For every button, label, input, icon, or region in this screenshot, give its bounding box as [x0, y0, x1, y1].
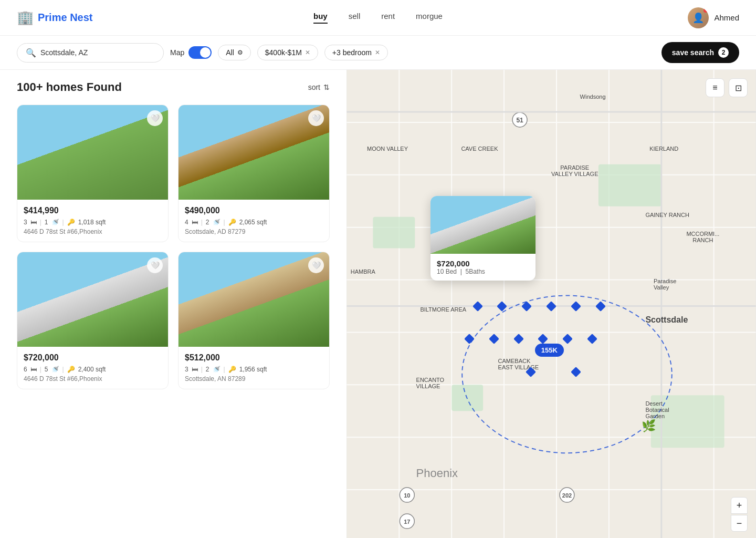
botanical-garden-icon: 🌿 [642, 419, 656, 433]
bed-icon-4: 🛏 [192, 366, 198, 373]
bed-icon-3: 🛏 [30, 366, 37, 373]
nav-morgue[interactable]: morgue [416, 12, 443, 24]
listing-info-4: $512,000 3 🛏 | 2 🚿 | 🔑 1,956 sqft Scotts… [178, 347, 329, 389]
map-zoom-controls: + − [731, 497, 748, 532]
sort-button[interactable]: sort ⇅ [308, 83, 330, 91]
logo-text: Prime Nest [38, 12, 93, 24]
sqft-4: 1,956 sqft [239, 366, 267, 373]
map-toggle[interactable]: Map [170, 46, 212, 59]
listings-grid: 🤍 $414,990 3 🛏 | 1 🚿 | 🔑 1,018 sqft 4646 [17, 105, 330, 389]
listing-card-4[interactable]: 🤍 $512,000 3 🛏 | 2 🚿 | 🔑 1,956 sqft Scot [178, 252, 330, 389]
save-search-label: save search [672, 48, 714, 57]
baths-1: 1 [45, 219, 48, 226]
cluster-badge[interactable]: 155K [535, 344, 564, 357]
beds-1: 3 [24, 219, 27, 226]
listing-price-2: $490,000 [185, 206, 323, 215]
listing-price-3: $720,000 [24, 353, 162, 363]
favorite-button-3[interactable]: 🤍 [147, 257, 163, 273]
map-popup[interactable]: $720,000 10 Bed | 5Baths [430, 196, 536, 281]
avatar[interactable]: 👤 [688, 7, 709, 28]
filter-price-label: $400k-$1M [265, 48, 302, 57]
map-popup-info: $720,000 10 Bed | 5Baths [430, 254, 536, 281]
listing-image-2: 🤍 [178, 105, 329, 200]
listing-address-2: Scottsdale, AD 87279 [185, 228, 323, 235]
save-search-button[interactable]: save search 2 [662, 42, 739, 63]
listing-image-3: 🤍 [17, 252, 168, 347]
sort-icon: ⇅ [323, 83, 330, 91]
map-popup-baths: 5Baths [466, 268, 485, 275]
listings-panel: 100+ homes Found sort ⇅ 🤍 $414,990 3 🛏 | [0, 70, 346, 538]
zoom-in-button[interactable]: + [731, 497, 748, 514]
map-popup-price: $720,000 [437, 259, 529, 268]
map-label: Map [170, 48, 184, 57]
label-scottsdale: Scottsdale [645, 315, 688, 325]
logo[interactable]: 🏢 Prime Nest [17, 9, 122, 26]
filter-all[interactable]: All ⚙ [218, 45, 251, 60]
label-cave-creek: CAVE CREEK [461, 146, 498, 152]
filter-icon: ⚙ [237, 49, 243, 56]
nav-buy[interactable]: buy [313, 12, 328, 24]
beds-3: 6 [24, 366, 27, 373]
label-encanto: ENCANTOVILLAGE [416, 377, 445, 389]
listing-card-2[interactable]: 🤍 $490,000 4 🛏 | 2 🚿 | 🔑 2,065 sqft Scot [178, 105, 330, 242]
search-input[interactable] [40, 48, 135, 57]
bath-icon-3: 🚿 [51, 366, 59, 373]
favorite-button-4[interactable]: 🤍 [308, 257, 324, 273]
zoom-out-button[interactable]: − [731, 515, 748, 532]
listing-address-1: 4646 D 78st St #66,Phoenix [24, 228, 162, 235]
label-gainey-ranch: GAINEY RANCH [645, 212, 689, 218]
nav-rent[interactable]: rent [381, 12, 395, 24]
listing-info-2: $490,000 4 🛏 | 2 🚿 | 🔑 2,065 sqft Scotts… [178, 200, 329, 242]
label-phoenix: Phoenix [416, 467, 458, 480]
filter-price-close[interactable]: ✕ [305, 49, 310, 56]
map-layers-button[interactable]: ≡ [706, 78, 724, 97]
user-area: 👤 Ahmed [634, 7, 739, 28]
listing-details-2: 4 🛏 | 2 🚿 | 🔑 2,065 sqft [185, 219, 323, 226]
map-popup-details: 10 Bed | 5Baths [437, 268, 529, 275]
listing-image-4: 🤍 [178, 252, 329, 347]
map-popup-beds: 10 Bed [437, 268, 457, 275]
label-paradise-valley-village: PARADISEVALLEY VILLAGE [551, 164, 598, 177]
listing-info-1: $414,990 3 🛏 | 1 🚿 | 🔑 1,018 sqft 4646 D… [17, 200, 168, 242]
label-biltmore: BILTMORE AREA [420, 306, 466, 313]
search-input-wrap[interactable]: 🔍 [17, 43, 164, 63]
baths-4: 2 [206, 366, 209, 373]
beds-4: 3 [185, 366, 188, 373]
map-split-button[interactable]: ⊡ [729, 78, 748, 97]
filter-bedroom-close[interactable]: ✕ [375, 49, 380, 56]
bath-icon-1: 🚿 [51, 219, 59, 226]
listing-price-4: $512,000 [185, 353, 323, 363]
listings-header: 100+ homes Found sort ⇅ [17, 80, 330, 94]
nav-sell[interactable]: sell [349, 12, 361, 24]
bed-icon-2: 🛏 [192, 219, 198, 226]
listing-card-3[interactable]: 🤍 $720,000 6 🛏 | 5 🚿 | 🔑 2,400 sqft 4646 [17, 252, 169, 389]
listings-title: 100+ homes Found [17, 80, 122, 94]
label-windsong: Windsong [580, 94, 606, 100]
sort-label: sort [308, 83, 320, 91]
listing-card-1[interactable]: 🤍 $414,990 3 🛏 | 1 🚿 | 🔑 1,018 sqft 4646 [17, 105, 169, 242]
listing-image-1: 🤍 [17, 105, 168, 200]
map-panel[interactable]: 51 10 202 17 Windsong MOON VALLEY CAVE C… [346, 70, 756, 538]
label-desert-botanical: DesertBotanicalGarden [645, 400, 669, 419]
svg-text:202: 202 [562, 492, 572, 499]
svg-text:10: 10 [404, 492, 410, 499]
bath-icon-4: 🚿 [213, 366, 220, 373]
bath-icon-2: 🚿 [213, 219, 220, 226]
key-icon-2: 🔑 [228, 219, 236, 226]
search-bar: 🔍 Map All ⚙ $400k-$1M ✕ +3 bedroom ✕ sav… [0, 36, 756, 70]
favorite-button-2[interactable]: 🤍 [308, 110, 324, 126]
filter-price[interactable]: $400k-$1M ✕ [257, 45, 318, 60]
listing-address-3: 4646 D 78st St #66,Phoenix [24, 375, 162, 382]
label-moon-valley: MOON VALLEY [367, 146, 408, 152]
toggle-knob [200, 47, 211, 58]
favorite-button-1[interactable]: 🤍 [147, 110, 163, 126]
key-icon-4: 🔑 [228, 366, 236, 373]
map-toggle-switch[interactable] [188, 46, 212, 59]
main-content: 100+ homes Found sort ⇅ 🤍 $414,990 3 🛏 | [0, 70, 756, 538]
notification-dot [704, 8, 708, 13]
search-icon: 🔍 [26, 48, 36, 58]
filter-bedroom[interactable]: +3 bedroom ✕ [324, 45, 388, 60]
listing-address-4: Scottsdale, AN 87289 [185, 375, 323, 382]
label-hambra: HAMBRA [351, 268, 375, 275]
svg-rect-17 [598, 164, 662, 206]
